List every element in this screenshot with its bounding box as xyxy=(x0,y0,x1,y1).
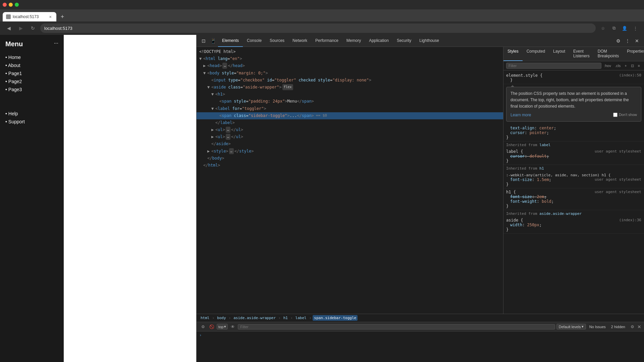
reload-button[interactable]: ↻ xyxy=(28,23,38,33)
console-hidden-count: 2 hidden xyxy=(609,325,627,329)
tab-network[interactable]: Network xyxy=(288,35,311,47)
console-context-dropdown[interactable]: top ▾ xyxy=(217,324,228,329)
tab-event-listeners[interactable]: Event Listeners xyxy=(569,47,594,61)
devtools-toolbar-right: ⚙ ⋮ ✕ xyxy=(614,37,641,45)
devtools-device-icon[interactable]: 📱 xyxy=(209,37,217,45)
style-rule-aside: aside { (index):36 width: 250px; } xyxy=(503,217,644,234)
style-rule-element: element.style { (index):50 } xyxy=(503,72,644,84)
style-rule-text-align: text-align: center; cursor: pointer; } xyxy=(503,124,644,141)
nav-item-about[interactable]: About xyxy=(5,61,58,69)
console-level-label: Default levels xyxy=(559,325,581,329)
devtools-close-icon[interactable]: ✕ xyxy=(633,37,641,45)
sidebar-header: Menu ··· xyxy=(0,35,64,51)
tab-styles[interactable]: Styles xyxy=(503,47,523,61)
tab-memory[interactable]: Memory xyxy=(342,35,365,47)
tab-favicon xyxy=(6,14,11,19)
tooltip-box: The position CSS property sets how an el… xyxy=(506,87,641,122)
sidebar-menu: Menu ··· Home About Page1 Page2 Page3 He… xyxy=(0,35,64,362)
nav-item-support[interactable]: Support xyxy=(5,118,58,126)
tab-elements[interactable]: Elements xyxy=(218,35,243,47)
menu-icon[interactable]: ⋮ xyxy=(631,23,640,33)
maximize-button[interactable] xyxy=(15,3,19,7)
dont-show-label[interactable]: Don't show xyxy=(613,112,637,118)
nav-link-home[interactable]: Home xyxy=(8,55,21,60)
extensions-icon[interactable]: ⧉ xyxy=(609,23,619,33)
tab-close-button[interactable]: ✕ xyxy=(48,14,53,19)
styles-filter-input[interactable] xyxy=(506,63,601,69)
devtools-main: <!DOCTYPE html> ▼ <html lang="en" > ▶ <h… xyxy=(197,47,644,362)
html-panel[interactable]: <!DOCTYPE html> ▼ <html lang="en" > ▶ <h… xyxy=(197,47,503,314)
inherited-label-header: Inherited from label xyxy=(503,141,644,148)
main-area: Menu ··· Home About Page1 Page2 Page3 He… xyxy=(0,35,644,362)
learn-more-link[interactable]: Learn more xyxy=(511,112,531,118)
nav-link-page3[interactable]: Page3 xyxy=(8,87,22,92)
breadcrumb-bar: html › body › aside.aside-wrapper › h1 ›… xyxy=(197,314,644,322)
styles-filter-bar: :hov .cls + ⊡ ≡ xyxy=(503,61,644,70)
class-filter-button[interactable]: .cls xyxy=(614,63,622,68)
tab-performance[interactable]: Performance xyxy=(311,35,342,47)
sidebar-dots-button[interactable]: ··· xyxy=(54,40,58,46)
html-line-span-toggle: ▶ <span class="sidebar-toggle" >...</spa… xyxy=(197,112,503,119)
console-panel: ⚙ 🚫 top ▾ 👁 Default levels ▾ No Issues xyxy=(197,322,644,362)
computed-toggle[interactable]: ≡ xyxy=(637,63,641,68)
tab-lighthouse[interactable]: Lighthouse xyxy=(415,35,443,47)
tab-application[interactable]: Application xyxy=(365,35,393,47)
nav-item-page1[interactable]: Page1 xyxy=(5,69,58,77)
nav-link-page2[interactable]: Page2 xyxy=(8,79,22,84)
forward-button[interactable]: ▶ xyxy=(16,23,25,33)
browser-tab[interactable]: localhost:5173 ✕ xyxy=(3,12,56,21)
console-level-dropdown[interactable]: Default levels ▾ xyxy=(556,324,586,329)
close-button[interactable] xyxy=(3,3,7,7)
address-input[interactable] xyxy=(40,23,596,33)
devtools-tabs: Elements Console Sources Network Perform… xyxy=(218,35,443,47)
minimize-button[interactable] xyxy=(9,3,13,7)
tab-console[interactable]: Console xyxy=(243,35,266,47)
nav-item-page2[interactable]: Page2 xyxy=(5,77,58,85)
breadcrumb-aside[interactable]: aside.aside-wrapper xyxy=(232,315,277,321)
tab-properties[interactable]: Properties xyxy=(623,47,644,61)
html-line-span-padding: ▶ <span style="padding: 24px" >Menu</spa… xyxy=(197,98,503,105)
nav-link-about[interactable]: About xyxy=(8,63,20,68)
nav-item-home[interactable]: Home xyxy=(5,53,58,61)
bookmark-icon[interactable]: ☆ xyxy=(598,23,608,33)
tab-security[interactable]: Security xyxy=(393,35,415,47)
style-selector-element: element.style { (index):50 xyxy=(506,73,641,78)
tab-dom-breakpoints[interactable]: DOM Breakpoints xyxy=(594,47,623,61)
add-style-button[interactable]: + xyxy=(623,63,628,68)
style-rule-section-h1: :-webkit-any(article, aside, nav, sectio… xyxy=(503,171,644,188)
style-close-brace: } xyxy=(506,78,641,82)
pseudo-filter-button[interactable]: :hov xyxy=(603,63,612,68)
devtools-inspect-icon[interactable]: ⊡ xyxy=(199,37,208,45)
tab-sources[interactable]: Sources xyxy=(266,35,288,47)
breadcrumb-span-toggle[interactable]: span.sidebar-toggle xyxy=(313,315,358,321)
nav-item-help[interactable]: Help xyxy=(5,110,58,118)
console-clear-button[interactable]: 🚫 xyxy=(208,323,215,330)
html-line-aside-close: ▶ </aside> xyxy=(197,140,503,147)
breadcrumb-label[interactable]: label xyxy=(294,315,308,321)
tab-computed[interactable]: Computed xyxy=(523,47,549,61)
nav-item-page3[interactable]: Page3 xyxy=(5,85,58,94)
breadcrumb-body[interactable]: body xyxy=(216,315,227,321)
console-eye-icon[interactable]: 👁 xyxy=(229,323,236,330)
layout-button[interactable]: ⊡ xyxy=(630,63,635,68)
nav-link-support[interactable]: Support xyxy=(8,119,25,124)
devtools-settings-icon[interactable]: ⚙ xyxy=(614,37,623,45)
console-close-button[interactable]: ✕ xyxy=(637,324,641,329)
back-button[interactable]: ◀ xyxy=(4,23,13,33)
tab-layout[interactable]: Layout xyxy=(549,47,569,61)
nav-link-help[interactable]: Help xyxy=(8,111,18,116)
sidebar-nav-list: Home About Page1 Page2 Page3 xyxy=(0,51,64,96)
nav-link-page1[interactable]: Page1 xyxy=(8,71,22,76)
html-line-body: ▼ <body style="margin: 0;" > xyxy=(197,70,503,77)
breadcrumb-h1[interactable]: h1 xyxy=(282,315,289,321)
html-line-head: ▶ <head> … </head> xyxy=(197,62,503,69)
console-settings-icon[interactable]: ⚙ xyxy=(199,323,207,330)
breadcrumb-html[interactable]: html xyxy=(199,315,211,321)
console-filter-input[interactable] xyxy=(238,324,555,329)
console-gear-icon[interactable]: ⚙ xyxy=(629,323,636,330)
devtools-more-icon[interactable]: ⋮ xyxy=(623,37,632,45)
profile-icon[interactable]: 👤 xyxy=(620,23,629,33)
new-tab-button[interactable]: + xyxy=(58,12,67,21)
console-body[interactable]: › xyxy=(197,331,644,362)
dont-show-checkbox[interactable] xyxy=(613,113,618,117)
